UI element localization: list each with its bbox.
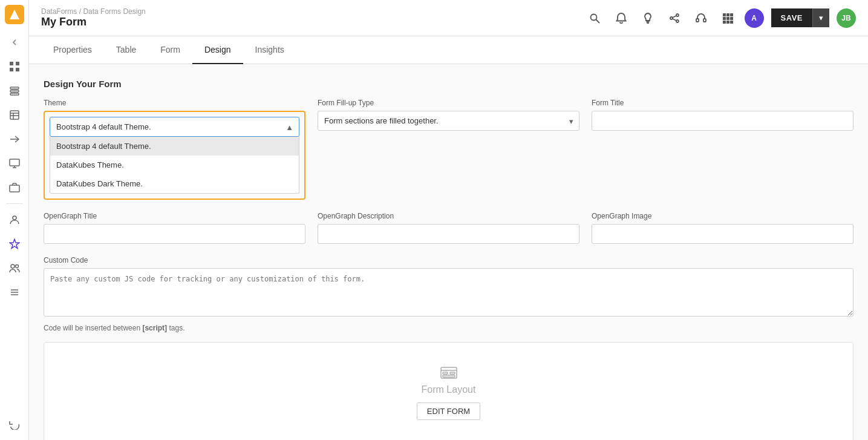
- svg-point-23: [590, 14, 596, 20]
- theme-dropdown: Bootstrap 4 default Theme. DataKubes The…: [50, 137, 299, 194]
- tabs-bar: Properties Table Form Design Insights: [29, 36, 868, 64]
- main-content: DataForms / Data Forms Design My Form: [29, 0, 868, 440]
- og-image-input[interactable]: [592, 224, 853, 244]
- svg-rect-33: [703, 19, 706, 22]
- svg-point-27: [676, 14, 679, 16]
- theme-option-bootstrap[interactable]: Bootstrap 4 default Theme.: [50, 137, 299, 156]
- svg-rect-47: [443, 375, 455, 377]
- breadcrumb-separator: /: [79, 7, 81, 16]
- grid-icon[interactable]: [718, 8, 737, 28]
- app-logo[interactable]: [5, 5, 24, 24]
- user-avatar[interactable]: JB: [837, 8, 856, 28]
- sidebar-users-icon[interactable]: [4, 257, 25, 279]
- custom-code-hint: Code will be inserted between [script] t…: [44, 324, 853, 332]
- sidebar-refresh-icon[interactable]: [4, 413, 25, 435]
- breadcrumb-link[interactable]: DataForms: [41, 7, 77, 16]
- form-fillup-select[interactable]: Form sections are filled together. Form …: [318, 111, 579, 131]
- search-icon[interactable]: [585, 8, 604, 28]
- theme-select[interactable]: Bootstrap 4 default Theme. DataKubes The…: [50, 117, 299, 137]
- code-hint-tag: [script]: [142, 324, 167, 332]
- section-title: Design Your Form: [44, 79, 853, 89]
- sidebar-send-icon[interactable]: [4, 128, 25, 150]
- form-row-2: OpenGraph Title OpenGraph Description Op…: [44, 212, 853, 244]
- header: DataForms / Data Forms Design My Form: [29, 0, 868, 36]
- sidebar-user-icon[interactable]: [4, 209, 25, 231]
- sidebar-layers-icon[interactable]: [4, 80, 25, 102]
- svg-rect-34: [723, 13, 726, 16]
- form-title-input[interactable]: Personal Data: [592, 111, 853, 131]
- save-dropdown-button[interactable]: ▾: [812, 8, 829, 27]
- code-hint-prefix: Code will be inserted between: [44, 324, 142, 332]
- header-right: A SAVE ▾ JB: [585, 8, 856, 28]
- tab-form[interactable]: Form: [148, 36, 192, 64]
- svg-rect-45: [443, 372, 448, 374]
- custom-code-group: Custom Code Code will be inserted betwee…: [44, 256, 853, 332]
- tab-design[interactable]: Design: [192, 36, 243, 64]
- bell-icon[interactable]: [612, 8, 631, 28]
- svg-rect-46: [450, 372, 455, 374]
- svg-rect-36: [730, 13, 733, 16]
- sidebar-grid-icon[interactable]: [4, 56, 25, 77]
- sidebar-briefcase-icon[interactable]: [4, 177, 25, 199]
- save-button[interactable]: SAVE: [771, 8, 812, 27]
- og-description-label: OpenGraph Description: [318, 212, 579, 220]
- og-description-group: OpenGraph Description: [318, 212, 579, 244]
- svg-rect-2: [16, 62, 19, 65]
- lightbulb-icon[interactable]: [638, 8, 658, 28]
- og-image-group: OpenGraph Image: [592, 212, 853, 244]
- svg-rect-16: [10, 185, 19, 192]
- sidebar-divider: [6, 203, 23, 204]
- custom-code-label: Custom Code: [44, 256, 853, 264]
- share-icon[interactable]: [665, 8, 684, 28]
- theme-wrapper: Bootstrap 4 default Theme. DataKubes The…: [44, 111, 305, 200]
- form-layout-section: Form Layout EDIT FORM: [44, 342, 853, 440]
- og-title-group: OpenGraph Title: [44, 212, 305, 244]
- svg-rect-37: [723, 17, 726, 20]
- svg-rect-5: [10, 87, 19, 89]
- sidebar-monitor-icon[interactable]: [4, 153, 25, 174]
- sidebar-table-icon[interactable]: [4, 104, 25, 126]
- theme-option-datakubes-dark[interactable]: DataKubes Dark Theme.: [50, 174, 299, 193]
- tab-table[interactable]: Table: [104, 36, 148, 64]
- sidebar-list-icon[interactable]: [4, 281, 25, 303]
- header-left: DataForms / Data Forms Design My Form: [41, 7, 146, 28]
- form-layout-label: Form Layout: [422, 384, 476, 395]
- avatar-purple[interactable]: A: [745, 8, 764, 28]
- svg-rect-13: [10, 159, 19, 166]
- svg-rect-6: [10, 90, 19, 92]
- breadcrumb-page: Data Forms Design: [83, 7, 145, 16]
- edit-form-button[interactable]: EDIT FORM: [417, 402, 480, 420]
- svg-marker-0: [10, 10, 19, 19]
- og-title-input[interactable]: [44, 224, 305, 244]
- sidebar: [0, 0, 29, 440]
- tab-properties[interactable]: Properties: [41, 36, 104, 64]
- svg-rect-1: [10, 62, 13, 65]
- save-btn-group: SAVE ▾: [771, 8, 829, 27]
- svg-rect-32: [696, 19, 699, 22]
- svg-rect-35: [726, 13, 729, 16]
- custom-code-textarea[interactable]: [44, 268, 853, 317]
- svg-rect-4: [16, 68, 19, 71]
- og-title-label: OpenGraph Title: [44, 212, 305, 220]
- theme-group: Theme Bootstrap 4 default Theme. DataKub…: [44, 99, 305, 200]
- form-fillup-label: Form Fill-up Type: [318, 99, 579, 107]
- tab-insights[interactable]: Insights: [243, 36, 296, 64]
- og-description-input[interactable]: [318, 224, 579, 244]
- page-title: My Form: [41, 16, 146, 28]
- theme-option-datakubes[interactable]: DataKubes Theme.: [50, 156, 299, 174]
- svg-point-29: [676, 20, 679, 22]
- code-hint-suffix: tags.: [167, 324, 184, 332]
- svg-rect-3: [10, 68, 13, 71]
- svg-point-28: [670, 17, 673, 19]
- sidebar-star-icon[interactable]: [4, 233, 25, 255]
- form-title-label: Form Title: [592, 99, 853, 107]
- og-image-label: OpenGraph Image: [592, 212, 853, 220]
- headset-icon[interactable]: [691, 8, 711, 28]
- theme-label: Theme: [44, 99, 305, 107]
- svg-rect-7: [10, 93, 19, 95]
- svg-point-17: [13, 216, 16, 220]
- svg-rect-8: [10, 111, 19, 119]
- sidebar-collapse-icon[interactable]: [4, 31, 25, 53]
- svg-rect-39: [730, 17, 733, 20]
- form-layout-icon: [440, 367, 457, 381]
